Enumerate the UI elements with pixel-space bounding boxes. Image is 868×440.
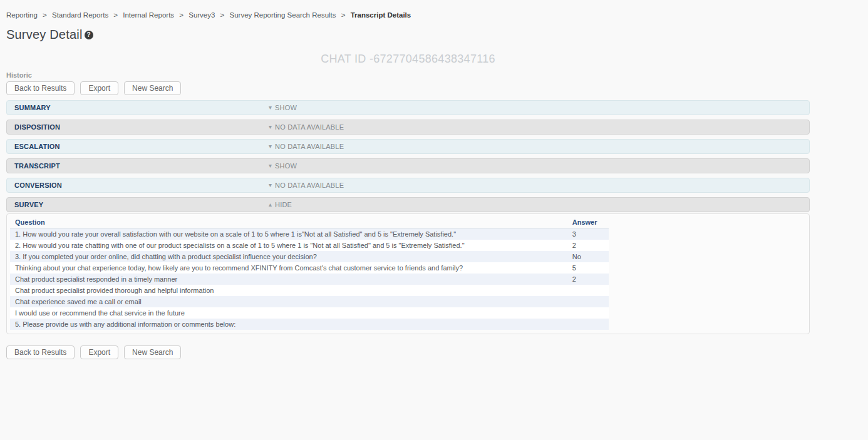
table-row: Thinking about your chat experience toda… xyxy=(10,262,609,274)
chat-id-heading: CHAT ID -6727704586438347116 xyxy=(6,53,810,64)
breadcrumb-label[interactable]: Survey3 xyxy=(189,11,215,19)
question-cell: 5. Please provide us with any additional… xyxy=(10,319,567,330)
breadcrumb-label[interactable]: Standard Reports xyxy=(52,11,108,19)
accordion-section-header[interactable]: CONVERSION NO DATA AVAILABLE xyxy=(6,178,810,193)
breadcrumb-item[interactable]: Survey Reporting Search Results > xyxy=(230,11,351,19)
section-toggle[interactable]: NO DATA AVAILABLE xyxy=(269,140,344,153)
export-button[interactable]: Export xyxy=(80,345,118,359)
breadcrumb-separator: > xyxy=(341,11,346,19)
accordion-section-header[interactable]: ESCALATION NO DATA AVAILABLE xyxy=(6,139,810,154)
question-cell: I would use or recommend the chat servic… xyxy=(10,307,567,319)
bottom-toolbar: Back to Results Export New Search xyxy=(6,345,810,359)
back-to-results-button[interactable]: Back to Results xyxy=(6,81,75,95)
question-cell: Chat product specialist provided thoroug… xyxy=(10,285,567,296)
breadcrumb-separator: > xyxy=(220,11,225,19)
section-title: CONVERSION xyxy=(14,182,62,189)
question-cell: 3. If you completed your order online, d… xyxy=(10,251,567,262)
help-icon[interactable]: ? xyxy=(85,31,93,39)
answer-column-header: Answer xyxy=(567,217,609,228)
section-state-label: NO DATA AVAILABLE xyxy=(275,123,344,131)
new-search-button[interactable]: New Search xyxy=(124,81,181,95)
breadcrumb-item[interactable]: Survey3 > xyxy=(189,11,229,19)
page-content: Reporting > Standard Reports > Internal … xyxy=(0,0,816,359)
section-toggle[interactable]: HIDE xyxy=(269,198,292,212)
section-state-label: SHOW xyxy=(275,104,297,111)
accordion-section-header[interactable]: SURVEY HIDE xyxy=(6,197,810,212)
section-state-label: NO DATA AVAILABLE xyxy=(275,143,344,150)
section-title: DISPOSITION xyxy=(14,123,60,131)
survey-panel: Question Answer 1. How would you rate yo… xyxy=(6,213,810,334)
section-toggle[interactable]: NO DATA AVAILABLE xyxy=(269,178,344,192)
breadcrumb-separator: > xyxy=(179,11,183,19)
answer-cell: 5 xyxy=(567,262,609,274)
table-row: Chat experience saved me a call or email xyxy=(10,296,609,307)
breadcrumb-item[interactable]: Reporting > xyxy=(6,11,52,19)
answer-cell xyxy=(567,285,609,296)
section-title: SUMMARY xyxy=(14,104,51,111)
title-row: Survey Detail ? xyxy=(6,28,810,41)
accordion-sections: SUMMARY SHOW DISPOSITION NO DATA AVAILAB… xyxy=(6,100,810,212)
section-toggle[interactable]: SHOW xyxy=(269,101,297,115)
accordion-section-header[interactable]: TRANSCRIPT SHOW xyxy=(6,158,810,173)
table-row: Chat product specialist responded in a t… xyxy=(10,274,609,285)
breadcrumb-separator: > xyxy=(43,11,47,19)
section-title: TRANSCRIPT xyxy=(14,162,60,170)
answer-cell: 2 xyxy=(567,274,609,285)
breadcrumb-item[interactable]: Internal Reports > xyxy=(123,11,189,19)
answer-cell xyxy=(567,307,609,319)
question-cell: 2. How would you rate chatting with one … xyxy=(10,240,567,251)
new-search-button[interactable]: New Search xyxy=(124,345,181,359)
triangle-arrow-icon xyxy=(269,202,272,208)
table-row: I would use or recommend the chat servic… xyxy=(10,307,609,319)
table-row: 3. If you completed your order online, d… xyxy=(10,251,609,262)
breadcrumb-item[interactable]: Standard Reports > xyxy=(52,11,123,19)
answer-cell xyxy=(567,296,609,307)
section-toggle[interactable]: SHOW xyxy=(269,159,297,173)
survey-table: Question Answer 1. How would you rate yo… xyxy=(10,217,609,330)
table-header-row: Question Answer xyxy=(10,217,609,228)
back-to-results-button[interactable]: Back to Results xyxy=(6,345,75,359)
section-title: ESCALATION xyxy=(14,143,60,150)
accordion-section-header[interactable]: SUMMARY SHOW xyxy=(6,100,810,115)
page-title: Survey Detail xyxy=(6,28,83,42)
answer-cell xyxy=(567,319,609,330)
triangle-arrow-icon xyxy=(269,182,272,188)
question-cell: Thinking about your chat experience toda… xyxy=(10,262,567,274)
answer-cell: No xyxy=(567,251,609,262)
table-row: 5. Please provide us with any additional… xyxy=(10,319,609,330)
table-row: Chat product specialist provided thoroug… xyxy=(10,285,609,296)
breadcrumb-label[interactable]: Transcript Details xyxy=(351,11,411,19)
breadcrumb-item[interactable]: Transcript Details xyxy=(351,11,418,19)
triangle-arrow-icon xyxy=(269,143,272,150)
breadcrumb: Reporting > Standard Reports > Internal … xyxy=(6,11,810,19)
answer-cell: 2 xyxy=(567,240,609,251)
top-toolbar: Back to Results Export New Search xyxy=(6,81,810,95)
historic-label: Historic xyxy=(6,71,810,79)
export-button[interactable]: Export xyxy=(80,81,118,95)
breadcrumb-label[interactable]: Reporting xyxy=(6,11,38,19)
breadcrumb-label[interactable]: Survey Reporting Search Results xyxy=(230,11,336,19)
table-row: 1. How would you rate your overall satis… xyxy=(10,228,609,240)
table-row: 2. How would you rate chatting with one … xyxy=(10,240,609,251)
section-state-label: HIDE xyxy=(275,201,292,208)
triangle-arrow-icon xyxy=(269,105,272,111)
section-toggle[interactable]: NO DATA AVAILABLE xyxy=(269,120,344,134)
question-cell: 1. How would you rate your overall satis… xyxy=(10,228,567,240)
answer-cell: 3 xyxy=(567,228,609,240)
triangle-arrow-icon xyxy=(269,124,272,130)
question-column-header: Question xyxy=(10,217,567,228)
breadcrumb-label[interactable]: Internal Reports xyxy=(123,11,174,19)
question-cell: Chat product specialist responded in a t… xyxy=(10,274,567,285)
section-title: SURVEY xyxy=(14,201,43,208)
triangle-arrow-icon xyxy=(269,163,272,169)
breadcrumb-separator: > xyxy=(113,11,118,19)
section-state-label: SHOW xyxy=(275,162,297,170)
section-state-label: NO DATA AVAILABLE xyxy=(275,182,344,189)
question-cell: Chat experience saved me a call or email xyxy=(10,296,567,307)
accordion-section-header[interactable]: DISPOSITION NO DATA AVAILABLE xyxy=(6,120,810,135)
